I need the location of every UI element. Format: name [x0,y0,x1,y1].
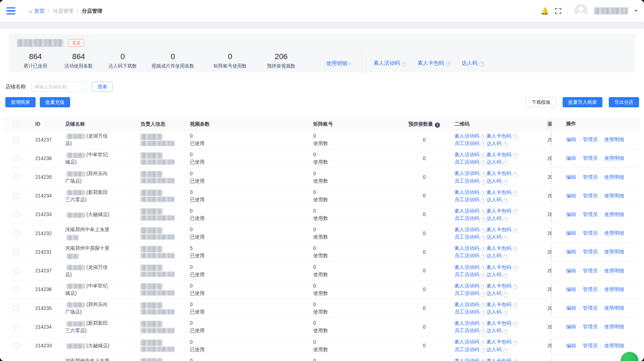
help-icon[interactable]: ? [481,198,486,203]
help-icon[interactable]: ? [513,172,518,177]
row-checkbox[interactable] [14,287,19,292]
help-icon[interactable]: ? [503,160,508,166]
help-icon[interactable]: ? [402,62,407,67]
download-template-button[interactable]: 下载模板 [526,97,556,107]
notification-bell-icon[interactable]: 🔔 [540,8,549,14]
help-icon[interactable]: ? [481,160,486,166]
help-icon[interactable]: ? [481,172,486,177]
help-icon[interactable]: ? [513,359,518,361]
qr-code-link[interactable]: 素人卡包码 [487,227,511,232]
qr-code-link[interactable]: 素人活动码 [454,339,479,344]
row-action-0[interactable]: 编辑 [566,193,576,199]
qr-code-link[interactable]: 达人码 [487,309,501,315]
qr-code-link[interactable]: 员工活动码 [454,347,479,352]
select-all-checkbox[interactable] [14,121,19,127]
help-icon[interactable]: ? [481,134,486,140]
qr-code-link[interactable]: 达人码 [487,159,501,165]
row-action-0[interactable]: 编辑 [566,211,576,218]
qr-code-link[interactable]: 素人活动码 [454,133,479,139]
qr-code-link[interactable]: 素人活动码 [454,283,479,289]
qr-code-link[interactable]: 素人活动码 [454,320,479,326]
row-checkbox[interactable] [14,156,19,161]
qr-code-link[interactable]: 达人码 [487,197,501,202]
row-action-1[interactable]: 管理员 [583,211,597,218]
help-icon[interactable]: ? [513,341,518,346]
qr-code-link[interactable]: 素人卡包码 [487,302,511,307]
qr-code-link[interactable]: 素人活动码 [454,302,479,307]
help-icon[interactable]: ? [513,153,518,158]
help-icon[interactable]: ? [481,217,486,222]
qr-code-link[interactable]: 达人码 [487,215,501,221]
avatar[interactable] [574,4,588,18]
row-checkbox[interactable] [14,137,19,142]
row-action-0[interactable]: 编辑 [566,286,576,293]
help-icon[interactable]: ? [503,273,508,278]
row-action-2[interactable]: 使用明细 [604,286,624,293]
help-icon[interactable]: ? [503,235,508,241]
qr-code-link[interactable]: 员工活动码 [454,272,479,277]
user-menu-caret-icon[interactable] [634,10,638,12]
help-icon[interactable]: ? [513,191,518,196]
row-action-2[interactable]: 使用明细 [604,249,624,255]
qr-code-link[interactable]: 素人卡包码 [487,133,511,139]
usage-detail-link[interactable]: 使用明细 › [326,60,351,67]
hamburger-menu-icon[interactable] [6,7,16,14]
search-button[interactable]: 搜索 [92,82,113,92]
store-name-input[interactable] [31,82,86,92]
row-action-0[interactable]: 编辑 [566,268,576,274]
help-icon[interactable]: ? [481,341,486,346]
row-checkbox[interactable] [14,268,19,273]
help-icon[interactable]: ? [503,198,508,203]
row-checkbox[interactable] [14,212,19,217]
qr-code-link[interactable]: 达人码 [487,140,501,146]
row-checkbox[interactable] [14,193,19,198]
row-action-1[interactable]: 管理员 [583,155,597,162]
help-icon[interactable]: ? [481,254,486,260]
help-icon[interactable]: ? [503,254,508,260]
row-action-0[interactable]: 编辑 [566,249,576,255]
qr-code-link[interactable]: 达人码 [487,178,501,184]
row-action-2[interactable]: 使用明细 [604,324,624,330]
help-icon[interactable]: ? [479,62,484,67]
qr-code-link[interactable]: 员工活动码 [454,140,479,146]
help-icon[interactable]: ? [481,329,486,334]
row-checkbox[interactable] [14,324,19,330]
help-icon[interactable]: ? [513,284,518,290]
qr-code-link[interactable]: 达人码 [487,328,501,333]
qr-code-link[interactable]: 员工活动码 [454,234,479,240]
qr-code-link[interactable]: 员工活动码 [454,159,479,165]
help-icon[interactable]: ? [481,273,486,278]
row-action-1[interactable]: 管理员 [583,305,597,311]
qr-code-link[interactable]: 员工活动码 [454,328,479,333]
batch-import-button[interactable]: 批量导入商家 [563,97,602,107]
row-action-0[interactable]: 编辑 [566,343,576,349]
qr-code-link[interactable]: 素人活动码 [454,189,479,195]
code-link[interactable]: 素人活动码 [373,60,400,66]
qr-code-link[interactable]: 素人卡包码 [487,245,511,251]
help-icon[interactable]: ? [481,209,486,215]
help-icon[interactable]: ? [481,191,486,196]
qr-code-link[interactable]: 素人活动码 [454,245,479,251]
help-icon[interactable]: ? [481,247,486,252]
qr-code-link[interactable]: 素人卡包码 [487,264,511,270]
qr-code-link[interactable]: 素人卡包码 [487,208,511,214]
row-checkbox[interactable] [14,343,19,348]
qr-code-link[interactable]: 达人码 [487,347,501,352]
qr-code-link[interactable]: 达人码 [487,234,501,240]
qr-code-link[interactable]: 员工活动码 [454,215,479,221]
help-icon[interactable]: ? [503,329,508,334]
qr-code-link[interactable]: 员工活动码 [454,309,479,315]
help-icon[interactable]: ? [481,266,486,271]
help-icon[interactable]: ? [513,266,518,271]
fullscreen-icon[interactable] [555,8,561,14]
qr-code-link[interactable]: 素人卡包码 [487,358,511,361]
row-action-2[interactable]: 使用明细 [604,343,624,349]
help-icon[interactable]: ? [446,62,451,67]
row-action-1[interactable]: 管理员 [583,137,597,143]
qr-code-link[interactable]: 素人卡包码 [487,170,511,176]
row-action-0[interactable]: 编辑 [566,155,576,162]
help-icon[interactable]: ? [503,310,508,316]
qr-code-link[interactable]: 素人卡包码 [487,339,511,344]
breadcrumb-section[interactable]: 分店管理 [53,8,73,14]
qr-code-link[interactable]: 素人卡包码 [487,152,511,157]
